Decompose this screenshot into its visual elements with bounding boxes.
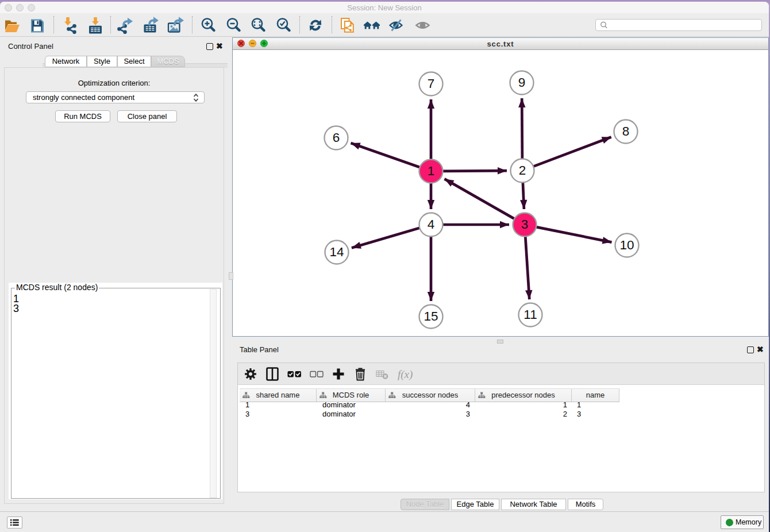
svg-text:2: 2 — [519, 163, 526, 178]
svg-text:10: 10 — [619, 238, 634, 252]
svg-text:4: 4 — [428, 217, 435, 232]
svg-text:11: 11 — [523, 307, 537, 322]
svg-text:f(x): f(x) — [398, 368, 413, 381]
svg-text:14: 14 — [329, 245, 344, 259]
svg-text:6: 6 — [333, 130, 340, 145]
svg-text:8: 8 — [622, 124, 630, 138]
svg-text:3: 3 — [521, 217, 529, 232]
svg-text:9: 9 — [518, 75, 526, 90]
svg-text:1: 1 — [428, 164, 435, 178]
svg-text:15: 15 — [424, 309, 438, 323]
svg-text:7: 7 — [428, 76, 435, 91]
